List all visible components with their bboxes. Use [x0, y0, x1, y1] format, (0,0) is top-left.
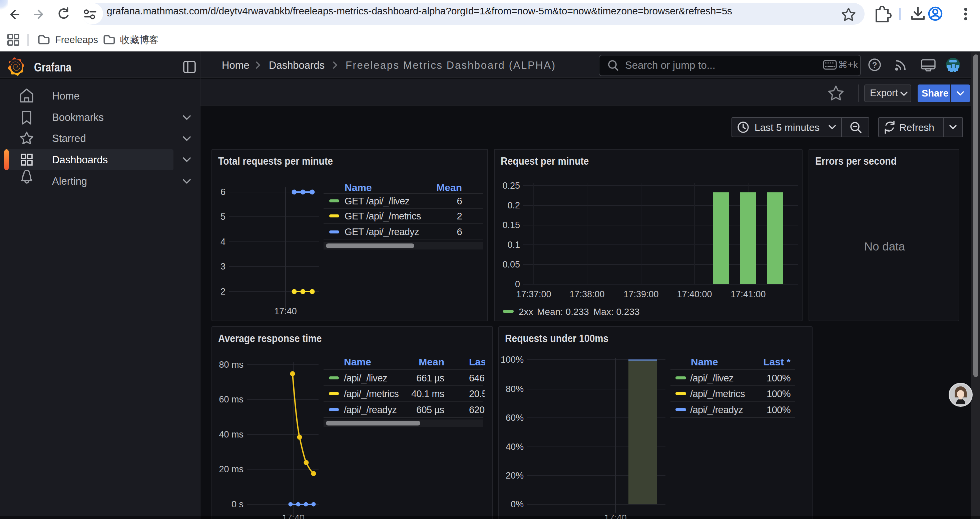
svg-text:Last *: Last *	[469, 356, 492, 367]
svg-text:100%: 100%	[767, 373, 791, 383]
svg-text:0: 0	[515, 279, 520, 289]
svg-text:40 ms: 40 ms	[219, 430, 243, 439]
svg-text:80%: 80%	[506, 384, 524, 394]
svg-text:GET /api/_/livez: GET /api/_/livez	[345, 196, 410, 206]
svg-text:60 ms: 60 ms	[219, 394, 243, 404]
svg-text:620: 620	[469, 404, 485, 415]
svg-text:17:37:00: 17:37:00	[516, 289, 551, 299]
svg-text:2xx: 2xx	[519, 307, 533, 317]
svg-text:17:39:00: 17:39:00	[624, 289, 659, 299]
svg-text:Dashboards: Dashboards	[269, 59, 325, 71]
svg-text:Refresh: Refresh	[899, 122, 934, 133]
svg-text:40%: 40%	[506, 442, 524, 452]
svg-text:?: ?	[872, 61, 877, 69]
svg-text:0.1: 0.1	[508, 240, 520, 250]
svg-text:GET /api/_/metrics: GET /api/_/metrics	[345, 211, 421, 222]
svg-text:6: 6	[457, 196, 462, 206]
svg-text:/api/_/readyz: /api/_/readyz	[690, 404, 743, 415]
svg-text:661 µs: 661 µs	[416, 373, 444, 383]
svg-text:20 ms: 20 ms	[219, 464, 243, 474]
svg-text:Last 5 minutes: Last 5 minutes	[754, 122, 819, 133]
svg-text:/api/_/metrics: /api/_/metrics	[344, 388, 399, 399]
svg-text:/api/_/livez: /api/_/livez	[344, 373, 387, 383]
svg-text:Search or jump to...: Search or jump to...	[625, 59, 716, 71]
svg-text:Max: 0.233: Max: 0.233	[593, 307, 640, 317]
svg-text:2: 2	[221, 287, 226, 297]
svg-text:646: 646	[469, 373, 485, 383]
svg-text:5: 5	[221, 212, 226, 222]
svg-text:GET /api/_/readyz: GET /api/_/readyz	[345, 227, 419, 237]
svg-text:Home: Home	[222, 59, 250, 71]
svg-text:Name: Name	[691, 356, 718, 367]
svg-text:Name: Name	[345, 182, 372, 193]
svg-text:100%: 100%	[767, 388, 791, 399]
svg-text:Mean: Mean	[436, 182, 462, 193]
svg-text:0.15: 0.15	[502, 220, 520, 230]
svg-text:3: 3	[221, 262, 226, 271]
svg-text:100%: 100%	[767, 404, 791, 415]
svg-text:0 s: 0 s	[231, 499, 243, 509]
svg-text:0.05: 0.05	[502, 260, 520, 270]
svg-text:/api/_/livez: /api/_/livez	[690, 373, 733, 383]
svg-text:17:41:00: 17:41:00	[730, 289, 765, 299]
svg-text:605 µs: 605 µs	[416, 404, 444, 415]
svg-text:100%: 100%	[501, 355, 524, 365]
svg-text:80 ms: 80 ms	[219, 360, 243, 370]
svg-text:/api/_/readyz: /api/_/readyz	[344, 404, 396, 415]
svg-text:Mean: 0.233: Mean: 0.233	[537, 307, 589, 317]
svg-text:0.2: 0.2	[508, 200, 520, 211]
svg-text:0%: 0%	[511, 499, 524, 509]
svg-text:Mean: Mean	[418, 356, 444, 367]
svg-text:2: 2	[457, 211, 462, 222]
svg-text:20.5 ms: 20.5 ms	[469, 388, 492, 399]
svg-text:Freeleaps Metrics Dashboard (A: Freeleaps Metrics Dashboard (ALPHA)	[345, 59, 555, 71]
svg-text:6: 6	[221, 187, 226, 197]
svg-text:Grafana: Grafana	[34, 61, 72, 74]
svg-text:20%: 20%	[506, 471, 524, 481]
svg-text:⌘+k: ⌘+k	[838, 59, 858, 70]
svg-text:60%: 60%	[506, 413, 524, 423]
svg-text:17:40:00: 17:40:00	[677, 289, 712, 299]
svg-text:40.1 ms: 40.1 ms	[411, 388, 444, 399]
svg-text:17:38:00: 17:38:00	[570, 289, 605, 299]
svg-text:Name: Name	[344, 356, 371, 367]
svg-text:Last *: Last *	[763, 356, 791, 367]
svg-text:0.25: 0.25	[502, 181, 520, 191]
svg-text:6: 6	[457, 227, 462, 237]
svg-text:4: 4	[221, 237, 226, 247]
svg-text:17:40: 17:40	[274, 306, 297, 316]
svg-text:/api/_/metrics: /api/_/metrics	[690, 388, 745, 399]
